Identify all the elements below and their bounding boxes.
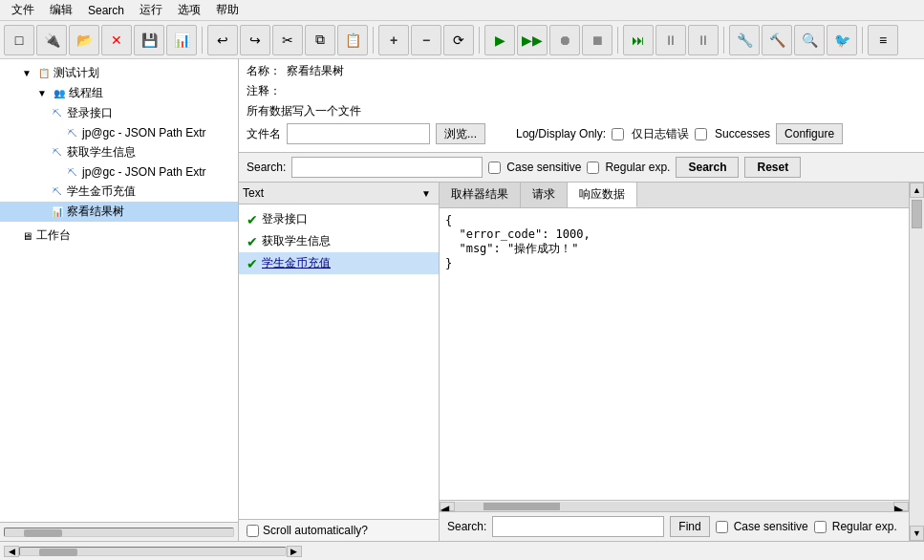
tree-item-extractor2[interactable]: ⛏ jp@gc - JSON Path Extr [0, 162, 238, 182]
step-button[interactable]: ⏭ [623, 25, 654, 55]
results-case-checkbox[interactable] [716, 521, 728, 533]
menu-options[interactable]: 选项 [170, 0, 208, 20]
record-button[interactable]: ⏺ [549, 25, 580, 55]
report-button[interactable]: 📊 [166, 25, 197, 55]
tree-hscroll-track[interactable] [4, 528, 234, 537]
v-scroll[interactable]: ▲ ▼ [909, 183, 924, 541]
results-search-input[interactable] [492, 516, 664, 537]
list-item[interactable]: ✔ 学生金币充值 [239, 252, 439, 274]
menu-search[interactable]: Search [80, 2, 132, 19]
vscroll-thumb[interactable] [912, 200, 922, 228]
tool1-button[interactable]: 🔧 [729, 25, 760, 55]
menu-help[interactable]: 帮助 [208, 0, 247, 20]
copy-button[interactable]: ⧉ [305, 25, 335, 55]
menu-run[interactable]: 运行 [132, 0, 170, 20]
comment-label: 注释： [247, 83, 281, 99]
tree-item-login[interactable]: ⛏ 登录接口 [0, 103, 238, 123]
search-input[interactable] [291, 157, 483, 178]
tree-item-student-info[interactable]: ⛏ 获取学生信息 [0, 142, 238, 162]
save-button[interactable]: 💾 [134, 25, 164, 55]
plan-icon: 📋 [36, 66, 52, 81]
global-hscroll[interactable]: ◀ ▶ [0, 541, 924, 560]
recharge-icon: ⛏ [50, 184, 65, 200]
cut-button[interactable]: ✂ [272, 25, 303, 55]
tab-request[interactable]: 请求 [521, 183, 568, 207]
name-label: 名称： [247, 63, 281, 79]
stop-button[interactable]: ⏹ [582, 25, 612, 55]
results-regexp-label: Regular exp. [832, 520, 897, 533]
results-tree-label: 察看结果树 [67, 204, 124, 220]
global-hscroll-track[interactable] [19, 547, 287, 556]
plan-label: 测试计划 [54, 65, 99, 81]
configure-button[interactable]: Configure [776, 123, 843, 144]
add-button[interactable]: + [378, 25, 409, 55]
find-button[interactable]: Find [670, 516, 709, 537]
tree-item-results[interactable]: 📊 察看结果树 [0, 202, 238, 222]
menu-edit[interactable]: 编辑 [42, 0, 80, 20]
open-button[interactable]: 📂 [69, 25, 99, 55]
search-icon-btn[interactable]: 🔍 [794, 25, 825, 55]
list-item[interactable]: ✔ 登录接口 [239, 208, 439, 230]
only-errors-checkbox[interactable] [612, 128, 624, 140]
successes-checkbox[interactable] [695, 128, 707, 140]
pause-button[interactable]: ⏸ [655, 25, 686, 55]
tree-item-group[interactable]: ▼ 👥 线程组 [0, 83, 238, 103]
list-item[interactable]: ✔ 获取学生信息 [239, 230, 439, 252]
menubar: 文件 编辑 Search 运行 选项 帮助 [0, 0, 924, 21]
undo-button[interactable]: ↩ [207, 25, 238, 55]
extractor1-label: jp@gc - JSON Path Extr [82, 126, 206, 140]
vscroll-down-btn[interactable]: ▼ [910, 526, 924, 541]
tab-sampler-result[interactable]: 取样器结果 [440, 183, 521, 207]
config-area: 名称： 察看结果树 注释： 所有数据写入一个文件 文件名 浏览... Log/D… [239, 59, 924, 153]
case-sensitive-checkbox[interactable] [488, 162, 501, 174]
scroll-auto-checkbox[interactable] [247, 525, 259, 537]
global-hscroll-thumb[interactable] [39, 549, 77, 556]
tree-item-plan[interactable]: ▼ 📋 测试计划 [0, 63, 238, 83]
hscroll-track[interactable] [455, 502, 893, 511]
vscroll-up-btn[interactable]: ▲ [910, 183, 924, 198]
filename-input[interactable] [287, 123, 430, 144]
menu-file[interactable]: 文件 [4, 0, 42, 20]
tool2-button[interactable]: 🔨 [762, 25, 792, 55]
reset-button[interactable]: Reset [744, 157, 801, 178]
bird-button[interactable]: 🐦 [827, 25, 857, 55]
regexp-label: Regular exp. [605, 161, 670, 174]
tree-area: ▼ 📋 测试计划 ▼ 👥 线程组 ⛏ 登录接口 [0, 59, 238, 522]
tree-hscroll-thumb[interactable] [24, 529, 62, 537]
sep1 [202, 27, 203, 54]
text-panel-title: Text [243, 186, 418, 200]
menu-button[interactable]: ≡ [868, 25, 898, 55]
run-button[interactable]: ▶ [484, 25, 515, 55]
global-hscroll-right-btn[interactable]: ▶ [287, 546, 302, 557]
left-panel: ▼ 📋 测试计划 ▼ 👥 线程组 ⛏ 登录接口 [0, 59, 239, 541]
hscroll-left-btn[interactable]: ◀ [440, 502, 455, 511]
browse-button[interactable]: 浏览... [436, 123, 485, 144]
run-all-button[interactable]: ▶▶ [517, 25, 548, 55]
tree-item-recharge[interactable]: ⛏ 学生金币充值 [0, 182, 238, 202]
vscroll-track[interactable] [910, 198, 924, 526]
list-item-label: 登录接口 [262, 211, 308, 227]
hscroll-right-btn[interactable]: ▶ [893, 502, 909, 511]
refresh-button[interactable]: ⟳ [443, 25, 474, 55]
remove-button[interactable]: − [411, 25, 441, 55]
dropdown-arrow-icon[interactable]: ▼ [418, 184, 435, 202]
close-button[interactable]: ✕ [101, 25, 132, 55]
tree-item-workspace[interactable]: 🖥 工作台 [0, 226, 238, 246]
results-hscroll[interactable]: ◀ ▶ [440, 500, 909, 511]
pause2-button[interactable]: ⏸ [688, 25, 719, 55]
workspace-label: 工作台 [36, 227, 71, 244]
tree-item-extractor1[interactable]: ⛏ jp@gc - JSON Path Extr [0, 123, 238, 142]
tree-hscroll[interactable] [0, 522, 238, 541]
main-layout: ▼ 📋 测试计划 ▼ 👥 线程组 ⛏ 登录接口 [0, 59, 924, 541]
results-regexp-checkbox[interactable] [814, 521, 827, 533]
paste-button[interactable]: 📋 [337, 25, 368, 55]
regexp-checkbox[interactable] [587, 162, 599, 174]
filename-row: 文件名 浏览... Log/Display Only: 仅日志错误 Succes… [247, 123, 916, 144]
global-hscroll-left-btn[interactable]: ◀ [4, 546, 19, 557]
tab-response-data[interactable]: 响应数据 [568, 183, 637, 207]
redo-button[interactable]: ↪ [240, 25, 270, 55]
search-button[interactable]: Search [676, 157, 739, 178]
connect-button[interactable]: 🔌 [36, 25, 67, 55]
new-button[interactable]: □ [4, 25, 34, 55]
hscroll-thumb[interactable] [483, 503, 560, 510]
